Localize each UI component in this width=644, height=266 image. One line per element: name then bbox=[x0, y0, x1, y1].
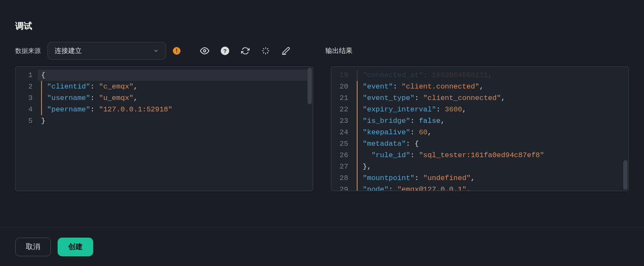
output-editor[interactable]: 192021222324252627282930 "connected_at":… bbox=[331, 66, 629, 191]
chevron-down-icon bbox=[153, 48, 159, 54]
footer-bar: 取消 创建 bbox=[0, 227, 644, 266]
right-code: "connected_at": 1682084568111,"event": "… bbox=[353, 67, 628, 191]
svg-line-8 bbox=[267, 48, 268, 49]
select-value: 连接建立 bbox=[55, 47, 82, 55]
refresh-icon[interactable] bbox=[241, 46, 250, 55]
scrollbar[interactable] bbox=[308, 68, 312, 104]
right-gutter: 192021222324252627282930 bbox=[331, 67, 353, 191]
scrollbar[interactable] bbox=[623, 160, 627, 190]
svg-point-0 bbox=[203, 50, 206, 52]
input-editor[interactable]: 12345 {"clientid": "c_emqx","username": … bbox=[15, 66, 313, 191]
cancel-button[interactable]: 取消 bbox=[15, 238, 51, 256]
left-gutter: 12345 bbox=[16, 67, 38, 191]
preview-icon[interactable] bbox=[200, 46, 209, 55]
output-result-label: 输出结果 bbox=[325, 47, 629, 55]
section-title: 调试 bbox=[15, 20, 629, 32]
warning-badge-icon: ! bbox=[173, 47, 180, 55]
data-source-label: 数据来源 bbox=[15, 47, 41, 55]
svg-line-7 bbox=[263, 53, 264, 53]
left-code: {"clientid": "c_emqx","username": "u_emq… bbox=[38, 67, 313, 191]
svg-line-4 bbox=[267, 53, 268, 53]
svg-line-3 bbox=[263, 48, 264, 49]
help-icon[interactable]: ? bbox=[220, 46, 230, 55]
edit-icon[interactable] bbox=[281, 46, 291, 55]
data-source-select[interactable]: 连接建立 bbox=[47, 42, 166, 60]
spark-icon[interactable] bbox=[261, 46, 270, 55]
create-button[interactable]: 创建 bbox=[58, 238, 93, 256]
